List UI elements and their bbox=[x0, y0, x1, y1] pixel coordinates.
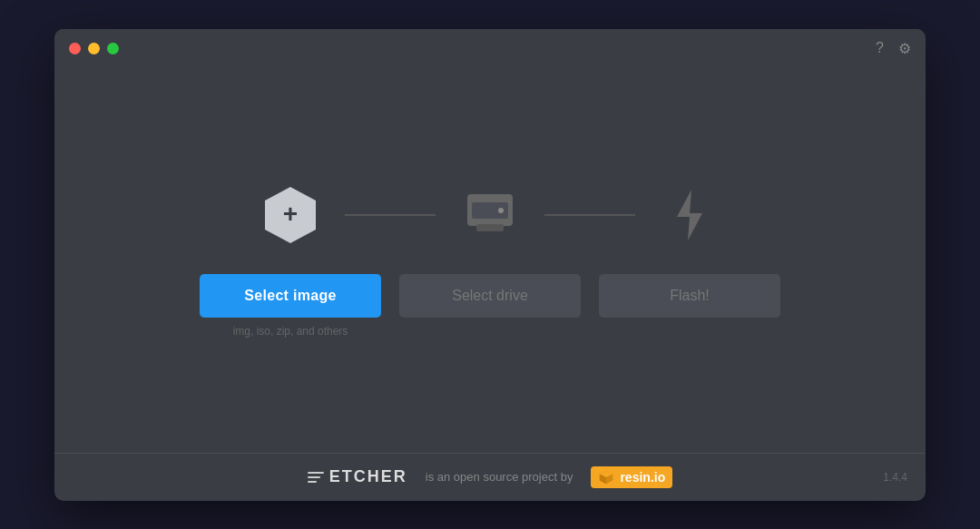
logo-line-3 bbox=[308, 481, 317, 483]
footer: ETCHER is an open source project by resi… bbox=[54, 453, 926, 501]
flash-icon bbox=[658, 183, 721, 247]
resin-text: resin.io bbox=[620, 470, 665, 485]
svg-point-5 bbox=[498, 208, 504, 213]
steps-row: + bbox=[172, 183, 808, 247]
minimize-button[interactable] bbox=[88, 43, 100, 54]
resin-cube-icon bbox=[598, 469, 614, 485]
svg-rect-3 bbox=[476, 224, 504, 231]
divider-2 bbox=[544, 214, 635, 216]
logo-lines-icon bbox=[308, 472, 324, 483]
title-bar: ? ⚙ bbox=[54, 29, 926, 68]
help-icon[interactable]: ? bbox=[876, 40, 884, 56]
drive-icon bbox=[458, 183, 522, 247]
app-window: ? ⚙ + bbox=[54, 29, 926, 501]
etcher-logo: ETCHER bbox=[308, 467, 407, 486]
main-content: + bbox=[54, 68, 926, 453]
divider-1 bbox=[345, 214, 436, 216]
step-2-icon bbox=[436, 183, 544, 247]
select-drive-button[interactable]: Select drive bbox=[399, 274, 581, 318]
title-bar-actions: ? ⚙ bbox=[876, 40, 911, 57]
step-1-icon: + bbox=[236, 183, 345, 247]
footer-tagline: is an open source project by bbox=[426, 470, 573, 484]
buttons-row: Select image img, iso, zip, and others S… bbox=[200, 274, 780, 338]
select-drive-group: Select drive bbox=[399, 274, 581, 318]
flash-group: Flash! bbox=[599, 274, 780, 318]
logo-line-2 bbox=[308, 476, 320, 478]
close-button[interactable] bbox=[69, 43, 81, 54]
hexagon-icon: + bbox=[259, 183, 322, 247]
step-3-icon bbox=[635, 183, 744, 247]
version-text: 1.4.4 bbox=[883, 471, 907, 484]
select-image-button[interactable]: Select image bbox=[200, 274, 381, 318]
footer-brand: ETCHER is an open source project by resi… bbox=[308, 466, 672, 488]
logo-line-1 bbox=[308, 472, 324, 474]
image-hint: img, iso, zip, and others bbox=[233, 325, 348, 338]
resin-badge: resin.io bbox=[591, 466, 672, 488]
window-controls bbox=[69, 43, 119, 54]
flash-button[interactable]: Flash! bbox=[599, 274, 780, 318]
svg-marker-6 bbox=[677, 190, 702, 240]
select-image-group: Select image img, iso, zip, and others bbox=[200, 274, 381, 338]
settings-icon[interactable]: ⚙ bbox=[898, 40, 911, 57]
maximize-button[interactable] bbox=[107, 43, 119, 54]
svg-text:+: + bbox=[283, 200, 298, 228]
logo-text: ETCHER bbox=[329, 467, 407, 486]
